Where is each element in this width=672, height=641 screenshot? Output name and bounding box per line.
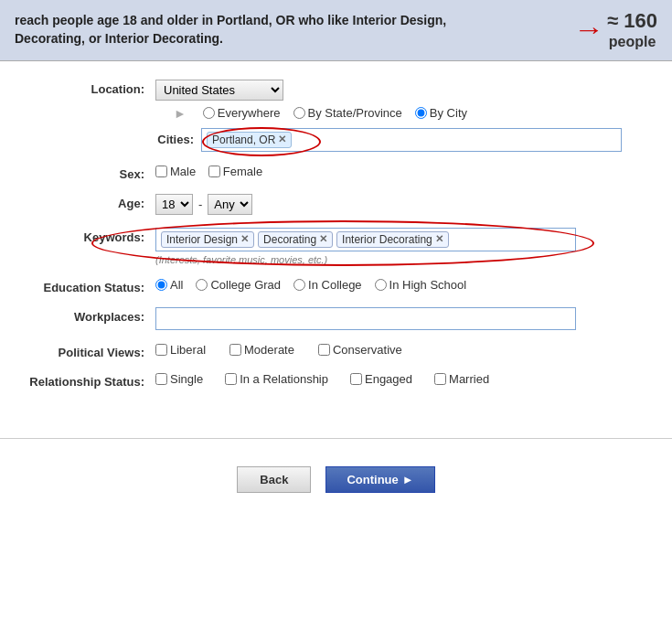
sex-male-option[interactable]: Male: [155, 165, 196, 178]
arrow-icon: →: [573, 16, 604, 45]
rel-single-checkbox[interactable]: [155, 373, 167, 385]
age-to-select[interactable]: Any 18192025 3035404550: [208, 194, 252, 215]
city-tag-remove[interactable]: ✕: [278, 134, 286, 145]
rel-in-relationship[interactable]: In a Relationship: [225, 372, 328, 386]
political-control: Liberal Moderate Conservative: [155, 343, 645, 357]
political-conservative-label: Conservative: [333, 343, 402, 357]
back-button[interactable]: Back: [237, 466, 311, 493]
edu-high-school-radio[interactable]: [375, 279, 387, 291]
political-conservative-checkbox[interactable]: [318, 344, 330, 356]
location-row: Location: United States Canada United Ki…: [27, 80, 645, 152]
location-type-row: ► Everywhere By State/Province By City: [174, 106, 645, 121]
location-dropdown[interactable]: United States Canada United Kingdom Aust…: [155, 80, 283, 101]
workplaces-input[interactable]: [155, 307, 576, 330]
political-options: Liberal Moderate Conservative: [155, 343, 645, 357]
rel-single[interactable]: Single: [155, 372, 203, 386]
relationship-label: Relationship Status:: [27, 372, 155, 389]
sex-row: Sex: Male Female: [27, 165, 645, 181]
political-label: Political Views:: [27, 343, 155, 359]
keywords-box[interactable]: Interior Design ✕ Decorating ✕ Interior …: [155, 228, 576, 251]
form-area: Location: United States Canada United Ki…: [0, 61, 672, 420]
edu-high-school-label: In High School: [389, 278, 467, 292]
political-liberal-checkbox[interactable]: [155, 344, 167, 356]
edu-all-label: All: [170, 278, 183, 292]
rel-engaged-label: Engaged: [365, 372, 412, 386]
radio-by-city-input[interactable]: [415, 107, 427, 119]
workplaces-label: Workplaces:: [27, 307, 155, 324]
sub-arrow-icon: ►: [174, 106, 187, 121]
header-banner: reach people age 18 and older in Portlan…: [0, 0, 672, 61]
age-row: Age: 18 1314151617 1920212530 - Any 1819…: [27, 194, 645, 215]
keyword-tag-1[interactable]: Decorating ✕: [258, 231, 333, 248]
keyword-remove-2[interactable]: ✕: [435, 233, 443, 245]
education-label: Education Status:: [27, 278, 155, 294]
rel-engaged-checkbox[interactable]: [350, 373, 362, 385]
divider: [0, 438, 672, 439]
rel-married-checkbox[interactable]: [434, 373, 446, 385]
political-moderate[interactable]: Moderate: [229, 343, 294, 357]
cities-input-box[interactable]: Portland, OR ✕: [201, 128, 622, 152]
political-moderate-label: Moderate: [244, 343, 294, 357]
age-dash: -: [198, 198, 202, 211]
political-liberal[interactable]: Liberal: [155, 343, 206, 357]
rel-single-label: Single: [170, 372, 203, 386]
keyword-text-2: Interior Decorating: [342, 233, 432, 246]
edu-all[interactable]: All: [155, 278, 183, 292]
sex-male-checkbox[interactable]: [155, 166, 167, 177]
sex-female-option[interactable]: Female: [208, 165, 262, 178]
edu-college-grad-label: College Grad: [210, 278, 281, 292]
relationship-options: Single In a Relationship Engaged Married: [155, 372, 645, 386]
sex-female-checkbox[interactable]: [208, 166, 220, 177]
political-conservative[interactable]: Conservative: [318, 343, 402, 357]
age-from-select[interactable]: 18 1314151617 1920212530: [155, 194, 193, 215]
edu-all-radio[interactable]: [155, 279, 167, 291]
keywords-control: Interior Design ✕ Decorating ✕ Interior …: [155, 228, 645, 265]
edu-college-grad-radio[interactable]: [196, 279, 208, 291]
reach-count-area: → ≈ 160 people: [576, 9, 657, 51]
people-label: people: [607, 33, 657, 50]
edu-high-school[interactable]: In High School: [375, 278, 467, 292]
age-control: 18 1314151617 1920212530 - Any 18192025 …: [155, 194, 645, 215]
city-tag[interactable]: Portland, OR ✕: [207, 132, 292, 148]
radio-by-state-input[interactable]: [293, 107, 305, 119]
continue-button[interactable]: Continue ►: [325, 466, 434, 493]
relationship-row: Relationship Status: Single In a Relatio…: [27, 372, 645, 389]
political-moderate-checkbox[interactable]: [229, 344, 241, 356]
education-row: Education Status: All College Grad In Co…: [27, 278, 645, 294]
radio-everywhere-input[interactable]: [203, 107, 215, 119]
keyword-tag-0[interactable]: Interior Design ✕: [161, 231, 254, 248]
radio-everywhere[interactable]: Everywhere: [203, 106, 281, 120]
rel-engaged[interactable]: Engaged: [350, 372, 412, 386]
education-options: All College Grad In College In High Scho…: [155, 278, 645, 292]
cities-label: Cities:: [155, 133, 201, 146]
relationship-control: Single In a Relationship Engaged Married: [155, 372, 645, 386]
approx-count: ≈ 160: [607, 9, 657, 33]
keyword-tag-2[interactable]: Interior Decorating ✕: [336, 231, 449, 248]
sex-control: Male Female: [155, 165, 645, 180]
keywords-hint: (Interests, favorite music, movies, etc.…: [155, 254, 645, 265]
continue-arrow-icon: ►: [402, 473, 414, 486]
location-control: United States Canada United Kingdom Aust…: [155, 80, 645, 152]
people-count: ≈ 160 people: [607, 9, 657, 51]
by-state-label: By State/Province: [308, 106, 402, 120]
keyword-remove-0[interactable]: ✕: [240, 233, 249, 245]
political-liberal-label: Liberal: [170, 343, 206, 357]
political-row: Political Views: Liberal Moderate Conser…: [27, 343, 645, 359]
edu-college-grad[interactable]: College Grad: [196, 278, 281, 292]
edu-in-college-radio[interactable]: [293, 279, 305, 291]
rel-married[interactable]: Married: [434, 372, 489, 386]
radio-by-state[interactable]: By State/Province: [293, 106, 402, 120]
rel-married-label: Married: [449, 372, 489, 386]
by-city-label: By City: [430, 106, 467, 120]
sex-female-label: Female: [223, 165, 262, 178]
rel-in-relationship-checkbox[interactable]: [225, 373, 237, 385]
age-label: Age:: [27, 194, 155, 210]
radio-by-city[interactable]: By City: [415, 106, 467, 120]
keywords-row: Keywords: Interior Design ✕ Decorating ✕…: [27, 228, 645, 265]
edu-in-college[interactable]: In College: [293, 278, 362, 292]
keywords-oval-wrapper: Interior Design ✕ Decorating ✕ Interior …: [155, 228, 576, 251]
rel-in-relationship-label: In a Relationship: [240, 372, 328, 386]
continue-label: Continue: [347, 473, 398, 486]
keyword-remove-1[interactable]: ✕: [319, 233, 327, 245]
everywhere-label: Everywhere: [218, 106, 281, 120]
